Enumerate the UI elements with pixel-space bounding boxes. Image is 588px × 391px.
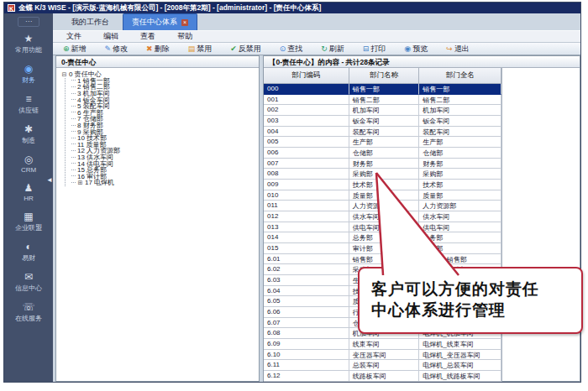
title-bar: K 金蝶 K/3 WISE - [演示版-蓝海机械有限公司] - [2008年第…	[4, 3, 580, 13]
table-row[interactable]: 006仓储部仓储部	[264, 148, 501, 159]
sidebar-item-label: CRM	[21, 166, 36, 174]
finance-globe-icon: ◉	[24, 64, 33, 75]
grid-header-row: 部门编码部门名称部门全名	[264, 68, 501, 84]
sidebar-item-易财[interactable]: ◐易财	[15, 242, 42, 263]
menu-bar: 文件编辑查看帮助	[53, 30, 580, 43]
menu-查看[interactable]: 查看	[140, 31, 155, 42]
table-row[interactable]: 003钣金车间钣金车间	[264, 116, 501, 127]
table-cell: 电焊机_线路板车间	[419, 371, 501, 382]
sidebar-item-信息中心[interactable]: ✉信息中心	[15, 272, 42, 293]
toolbar-button-label: 退出	[454, 44, 470, 55]
table-row[interactable]: 6.10变压器车间电焊机_变压器车间	[264, 350, 501, 361]
phone-icon: ☏	[22, 302, 34, 313]
sidebar-item-label: 供应链	[18, 106, 39, 115]
sidebar-item-企业联盟[interactable]: ▦企业联盟	[15, 211, 42, 232]
toolbar-button-新增[interactable]: ⊕新增	[58, 44, 92, 55]
table-row[interactable]: 6.12线路板车间电焊机_线路板车间	[264, 371, 501, 382]
table-row[interactable]: 007财务部财务部	[264, 159, 501, 169]
table-cell: 6.02	[264, 264, 349, 275]
column-header-部门全名[interactable]: 部门全名	[419, 68, 501, 84]
sidebar-item-在线服务[interactable]: ☏在线服务	[15, 302, 42, 323]
toolbar-button-label: 新增	[71, 44, 87, 55]
sidebar-collapse-dots[interactable]: ⋯	[18, 17, 39, 27]
grid-icon: ▦	[24, 211, 33, 222]
toolbar-button-反禁用[interactable]: ✔反禁用	[225, 44, 266, 55]
sidebar-collapse-arrow-icon[interactable]: ◄	[46, 177, 53, 184]
tab-close-icon[interactable]: ×	[181, 19, 188, 26]
tab-label: 我的工作台	[71, 18, 109, 26]
edit-icon: ✎	[105, 45, 112, 53]
toolbar-button-打印[interactable]: ⊟打印	[358, 44, 391, 55]
module-sidebar: ⋯ ★常用功能◉财务≡供应链✱制造◎CRM♟HR▦企业联盟◐易财✉信息中心☏在线…	[4, 13, 53, 382]
table-cell: 009	[264, 180, 349, 190]
table-cell: 线束车间	[349, 339, 420, 350]
tree-node-label: 17 电焊机	[85, 178, 114, 187]
table-row[interactable]: 004装配车间装配车间	[264, 127, 501, 138]
toolbar-button-禁用[interactable]: ▤禁用	[183, 44, 218, 55]
table-cell: 销售二部	[419, 95, 501, 106]
toolbar-button-label: 预览	[412, 44, 428, 55]
callout-bubble: 客户可以方便的对责任 中心体系进行管理	[358, 267, 583, 334]
table-row[interactable]: 005生产部生产部	[264, 137, 501, 148]
table-cell: 线路板车间	[349, 371, 420, 382]
sidebar-item-label: 易财	[22, 253, 35, 263]
toolbar-button-刷新[interactable]: ↻刷新	[316, 44, 349, 55]
refresh-icon: ↻	[321, 45, 328, 53]
column-header-部门名称[interactable]: 部门名称	[349, 68, 420, 84]
table-cell: 6.11	[264, 360, 349, 371]
tree-children: 1 销售一部2 销售二部3 机加车间4 钣金车间5 装配车间6 生产部7 仓储部…	[65, 78, 259, 186]
toolbar-button-预览[interactable]: ◉预览	[399, 44, 433, 55]
delete-icon: ✖	[146, 45, 153, 53]
table-cell: 6.01	[264, 254, 349, 265]
column-header-部门编码[interactable]: 部门编码	[264, 68, 349, 84]
sidebar-item-label: 企业联盟	[15, 223, 42, 232]
table-row[interactable]: 002机加车间机加车间	[264, 105, 501, 116]
sidebar-item-财务[interactable]: ◉财务	[15, 64, 42, 85]
exit-icon: ↪	[446, 45, 453, 53]
toolbar-button-修改[interactable]: ✎修改	[100, 44, 134, 55]
toolbar-button-查找[interactable]: ⊙查找	[275, 44, 308, 55]
table-cell: 生产部	[349, 137, 420, 148]
table-cell: 002	[264, 105, 349, 116]
table-cell: 6.12	[264, 371, 349, 382]
toolbar-button-label: 反禁用	[239, 44, 261, 55]
tab-我的工作台[interactable]: 我的工作台	[63, 14, 118, 30]
table-cell: 销售一部	[349, 84, 420, 95]
toolbar-button-删除[interactable]: ✖删除	[141, 44, 175, 55]
sidebar-item-CRM[interactable]: ◎CRM	[15, 154, 42, 174]
tree-node[interactable]: ⊞17 电焊机	[71, 180, 259, 186]
tab-责任中心体系[interactable]: 责任中心体系×	[123, 13, 197, 30]
toolbar-button-退出[interactable]: ↪退出	[441, 44, 475, 55]
sidebar-item-制造[interactable]: ✱制造	[15, 124, 42, 145]
toolbar-button-label: 打印	[370, 44, 386, 55]
menu-帮助[interactable]: 帮助	[177, 31, 192, 42]
table-cell: 011	[264, 201, 349, 211]
menu-编辑[interactable]: 编辑	[103, 31, 118, 42]
table-cell: 变压器车间	[349, 350, 420, 361]
mail-icon: ✉	[24, 272, 33, 283]
table-cell: 000	[264, 84, 349, 95]
table-cell: 012	[264, 211, 349, 222]
screenshot-page: K 金蝶 K/3 WISE - [演示版-蓝海机械有限公司] - [2008年第…	[0, 0, 588, 391]
menu-文件[interactable]: 文件	[66, 31, 81, 42]
sidebar-item-label: HR	[24, 195, 34, 202]
table-cell: 6.10	[264, 350, 349, 361]
sidebar-item-常用功能[interactable]: ★常用功能	[15, 34, 42, 55]
star-icon: ★	[24, 34, 34, 44]
table-row[interactable]: 000销售一部销售一部	[264, 84, 501, 95]
table-cell: 装配车间	[349, 127, 420, 138]
sidebar-item-label: 在线服务	[15, 314, 42, 323]
table-row[interactable]: 6.09线束车间电焊机_线束车间	[264, 339, 501, 350]
sidebar-item-HR[interactable]: ♟HR	[15, 183, 42, 202]
tree-expand-icon[interactable]: ⊞	[77, 180, 83, 185]
table-cell: 电焊机_变压器车间	[419, 350, 501, 361]
table-row[interactable]: 001销售二部销售二部	[264, 95, 501, 106]
sidebar-item-供应链[interactable]: ≡供应链	[15, 94, 42, 115]
table-row[interactable]: 6.11总装车间电焊机_总装车间	[264, 360, 501, 371]
table-cell: 生产部	[419, 137, 501, 148]
target-icon: ◎	[24, 154, 33, 165]
table-cell: 004	[264, 127, 349, 138]
table-cell: 6.03	[264, 275, 349, 286]
tree-collapse-icon[interactable]: ⊟	[61, 71, 67, 77]
table-cell: 006	[264, 148, 349, 159]
